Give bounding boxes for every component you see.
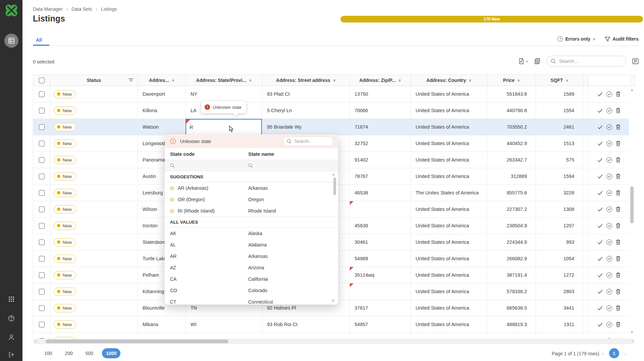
city-cell[interactable]: Mikana — [138, 316, 186, 332]
state-cell-editor[interactable] — [185, 119, 262, 135]
country-cell[interactable]: United States of America — [411, 119, 487, 135]
country-cell[interactable]: United States of America — [411, 86, 487, 102]
city-cell[interactable]: Watson — [138, 119, 186, 135]
sqft-cell[interactable]: 1207 — [536, 218, 583, 234]
zip-cell[interactable]: 32752 — [350, 135, 411, 151]
approve-check-icon[interactable] — [597, 257, 603, 261]
column-header-select[interactable] — [33, 75, 50, 86]
page-size-500[interactable]: 500 — [82, 348, 97, 358]
country-cell[interactable]: United States of America — [411, 251, 487, 267]
delete-trash-icon[interactable] — [616, 108, 621, 113]
country-cell[interactable]: The Unites States of America — [411, 185, 487, 201]
approve-check-icon[interactable] — [597, 306, 603, 310]
search-input[interactable] — [558, 58, 615, 64]
delete-trash-icon[interactable] — [616, 272, 621, 278]
sqft-cell[interactable]: 2461 — [536, 119, 583, 135]
country-cell[interactable]: United States of America — [411, 283, 487, 300]
price-cell[interactable]: 488819.3 — [487, 316, 536, 332]
delete-trash-icon[interactable] — [616, 289, 621, 294]
approve-check-icon[interactable] — [597, 289, 603, 294]
app-logo-clover-icon[interactable] — [4, 3, 18, 17]
price-cell[interactable]: 312889 — [487, 168, 536, 184]
verify-circle-check-icon[interactable] — [606, 223, 612, 229]
column-header-actions[interactable] — [588, 75, 629, 86]
price-cell[interactable]: 578338.2 — [487, 283, 536, 300]
column-header-state[interactable]: Address: State/Provi...∨ — [186, 75, 262, 86]
table-row[interactable]: NewWatson95 Briardale Wy71674United Stat… — [33, 119, 635, 135]
verify-circle-check-icon[interactable] — [606, 239, 612, 245]
scroll-left-icon[interactable]: ‹ — [35, 339, 36, 344]
verify-circle-check-icon[interactable] — [606, 91, 612, 97]
country-cell[interactable]: United States of America — [411, 152, 487, 168]
column-header-country[interactable]: Address: Country∨ — [411, 75, 487, 86]
delete-trash-icon[interactable] — [616, 256, 621, 261]
export-button[interactable]: ∨ — [518, 58, 528, 64]
table-row[interactable]: NewGreen ValleyAZ54 Cinema Dr85614United… — [33, 333, 635, 339]
price-cell[interactable]: 665638.5 — [487, 300, 536, 316]
verify-circle-check-icon[interactable] — [606, 108, 612, 114]
report-columns-button[interactable] — [534, 58, 540, 64]
approve-check-icon[interactable] — [597, 158, 603, 162]
verify-circle-check-icon[interactable] — [606, 322, 612, 327]
row-checkbox[interactable] — [39, 289, 45, 295]
row-checkbox[interactable] — [39, 141, 45, 146]
horizontal-scrollbar[interactable]: ‹ › — [33, 339, 635, 344]
errors-only-dropdown[interactable]: ! Errors only ∨ — [557, 36, 595, 42]
price-cell[interactable]: 855775.6 — [487, 185, 536, 201]
zip-cell[interactable]: 13750 — [350, 86, 411, 102]
state-value-item[interactable]: COColorado — [165, 285, 338, 296]
table-row[interactable]: NewKillonaLA5 Cheryl Ln70066United State… — [33, 102, 635, 119]
state-value-item[interactable]: ARArkansas — [165, 251, 338, 262]
price-cell[interactable]: 227307.2 — [487, 201, 536, 217]
street-cell[interactable]: 93 Rob Roi Ct — [262, 316, 350, 332]
sqft-cell[interactable]: 993 — [536, 234, 583, 250]
approve-check-icon[interactable] — [597, 108, 603, 113]
country-cell[interactable]: United States of America — [411, 300, 487, 316]
delete-trash-icon[interactable] — [616, 322, 621, 327]
delete-trash-icon[interactable] — [616, 157, 621, 163]
table-search[interactable] — [546, 56, 626, 66]
verify-circle-check-icon[interactable] — [606, 157, 612, 163]
zip-cell[interactable]: 70066 — [350, 102, 411, 119]
approve-check-icon[interactable] — [597, 322, 603, 327]
sqft-cell[interactable]: 3228 — [536, 185, 583, 201]
approve-check-icon[interactable] — [597, 174, 603, 179]
next-page-icon[interactable]: › — [625, 351, 626, 356]
price-cell[interactable]: 238504.9 — [487, 218, 536, 234]
delete-trash-icon[interactable] — [616, 239, 621, 245]
street-cell[interactable]: 5 Cheryl Ln — [262, 102, 350, 119]
row-checkbox[interactable] — [39, 174, 45, 179]
name-filter-search-icon[interactable] — [248, 163, 253, 168]
vertical-scrollbar[interactable]: ∧ ∨ — [629, 86, 635, 344]
row-select-cell[interactable] — [33, 251, 50, 267]
verify-circle-check-icon[interactable] — [606, 141, 612, 146]
row-checkbox[interactable] — [39, 207, 45, 212]
column-header-city[interactable]: Addres...∨ — [138, 75, 186, 86]
column-header-sqft[interactable]: SQFT∨ — [536, 75, 583, 86]
approve-check-icon[interactable] — [597, 191, 603, 195]
state-cell[interactable]: WI — [186, 316, 262, 332]
approve-check-icon[interactable] — [597, 141, 603, 146]
verify-circle-check-icon[interactable] — [606, 207, 612, 212]
row-checkbox[interactable] — [39, 190, 45, 196]
chevron-down-icon[interactable]: ∨ — [398, 78, 401, 83]
row-select-cell[interactable] — [33, 135, 50, 151]
popup-search-input[interactable] — [294, 138, 327, 144]
city-cell[interactable]: Davenport — [138, 86, 186, 102]
row-checkbox[interactable] — [39, 108, 45, 114]
city-cell[interactable]: Killona — [138, 102, 186, 119]
chevron-down-icon[interactable]: ∨ — [469, 78, 472, 83]
chevron-down-icon[interactable]: ∨ — [249, 78, 252, 83]
chevron-down-icon[interactable]: ∨ — [172, 78, 174, 83]
popup-scrollbar[interactable]: ∧ — [332, 172, 337, 303]
popup-search[interactable] — [283, 136, 333, 146]
popup-scroll-up-icon[interactable]: ∧ — [331, 172, 336, 177]
chevron-down-icon[interactable]: ∨ — [517, 78, 520, 83]
country-cell[interactable]: United States of America — [411, 218, 487, 234]
sqft-cell[interactable]: 1911 — [536, 316, 583, 332]
country-cell[interactable]: United States of America — [411, 135, 487, 151]
delete-trash-icon[interactable] — [616, 207, 621, 212]
country-cell[interactable]: United States of America — [411, 316, 487, 332]
zip-cell[interactable]: 71674 — [350, 119, 411, 135]
price-cell[interactable]: 440452.9 — [487, 135, 536, 151]
